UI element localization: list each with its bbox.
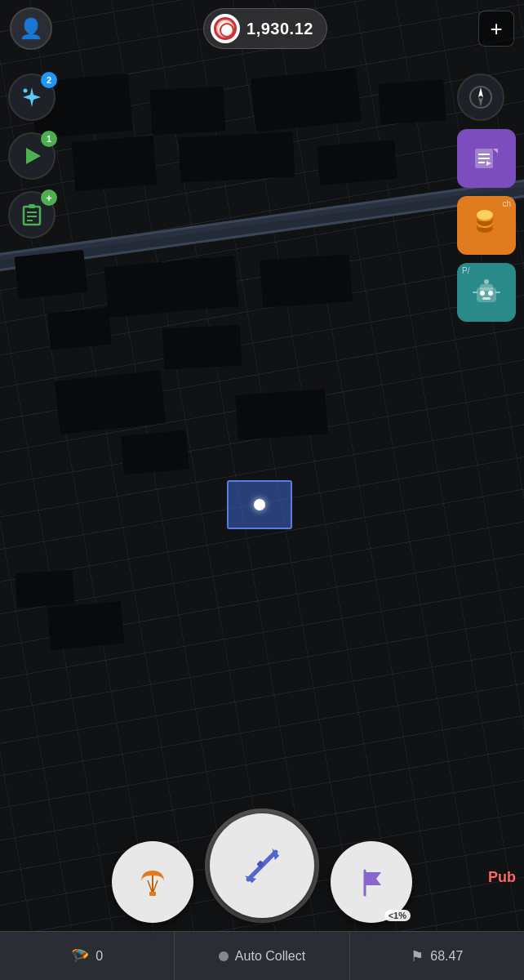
- building-block: [162, 325, 242, 370]
- bottom-area: <1% 🪂 0 Auto Collect ⚑ 68.47: [0, 813, 524, 980]
- quest-icon: [473, 145, 500, 172]
- svg-marker-10: [493, 149, 498, 154]
- svg-point-26: [488, 291, 493, 296]
- auto-button[interactable]: P/: [457, 263, 516, 322]
- building-block: [378, 79, 446, 124]
- mission-button[interactable]: 1: [8, 132, 56, 180]
- svg-rect-27: [482, 297, 491, 300]
- mission-badge: 1: [41, 131, 57, 147]
- autocollect-dot: [219, 951, 229, 961]
- pickaxe-icon: [238, 841, 286, 890]
- play-icon: [26, 148, 41, 164]
- compass-icon: [468, 85, 493, 109]
- player-location: [227, 480, 292, 529]
- drop-button[interactable]: [112, 841, 193, 923]
- pub-label: Pub: [488, 869, 516, 886]
- parachute-icon: [135, 864, 171, 900]
- building-block: [251, 68, 362, 131]
- compass-button[interactable]: [457, 74, 504, 121]
- auto-collect-section[interactable]: Auto Collect: [175, 932, 349, 980]
- claim-button[interactable]: <1%: [331, 841, 412, 923]
- flag-status-icon: ⚑: [411, 947, 424, 965]
- drop-status-icon: 🪂: [71, 947, 89, 965]
- flag-score-section: ⚑ 68.47: [350, 932, 524, 980]
- building-block: [16, 570, 75, 608]
- building-block: [47, 601, 124, 650]
- top-bar: 👤 1,930.12 +: [0, 0, 524, 57]
- flag-icon: [353, 864, 389, 900]
- currency-icon: [211, 14, 240, 43]
- svg-point-0: [24, 89, 28, 93]
- building-block: [55, 370, 166, 434]
- svg-rect-23: [480, 284, 493, 291]
- svg-marker-8: [478, 97, 483, 107]
- right-panel: ch P/: [457, 74, 516, 322]
- building-block: [121, 430, 189, 475]
- mine-button[interactable]: [210, 813, 314, 918]
- svg-point-21: [477, 210, 493, 220]
- svg-rect-30: [149, 892, 156, 896]
- tasks-button[interactable]: +: [8, 191, 56, 238]
- building-block: [179, 131, 295, 182]
- building-block: [317, 140, 397, 185]
- drop-count-section: 🪂 0: [0, 932, 175, 980]
- flag-score: 68.47: [430, 949, 463, 964]
- building-block: [47, 308, 112, 350]
- building-block: [260, 254, 353, 308]
- currency-display: 1,930.12: [203, 8, 327, 49]
- add-button[interactable]: +: [478, 11, 514, 47]
- svg-point-24: [484, 279, 489, 284]
- status-bar: 🪂 0 Auto Collect ⚑ 68.47: [0, 931, 524, 980]
- drop-count: 0: [95, 949, 103, 964]
- auto-label: P/: [462, 266, 469, 275]
- claim-percentage: <1%: [384, 910, 411, 921]
- building-block: [235, 389, 328, 440]
- quest-button[interactable]: [457, 129, 516, 188]
- currency-amount: 1,930.12: [246, 20, 313, 38]
- profile-icon: 👤: [19, 17, 43, 40]
- building-block: [72, 136, 158, 191]
- resources-button[interactable]: ch: [457, 196, 516, 255]
- clipboard-icon: [21, 203, 42, 226]
- tasks-badge: +: [41, 189, 57, 206]
- sparkle-icon: [20, 86, 43, 109]
- boost-button[interactable]: 2: [8, 74, 56, 121]
- building-block: [150, 87, 226, 136]
- left-panel: 2 1 +: [8, 74, 56, 238]
- action-buttons: <1%: [0, 813, 524, 931]
- boost-badge: 2: [41, 72, 57, 88]
- svg-marker-7: [478, 87, 483, 97]
- svg-rect-2: [29, 204, 35, 208]
- plus-icon: +: [490, 18, 502, 39]
- profile-button[interactable]: 👤: [10, 7, 52, 50]
- auto-collect-label: Auto Collect: [235, 949, 305, 964]
- building-block: [15, 250, 88, 300]
- svg-point-25: [480, 291, 485, 296]
- coins-label: ch: [502, 199, 511, 208]
- coins-icon: [471, 210, 502, 241]
- robot-icon: [472, 278, 501, 307]
